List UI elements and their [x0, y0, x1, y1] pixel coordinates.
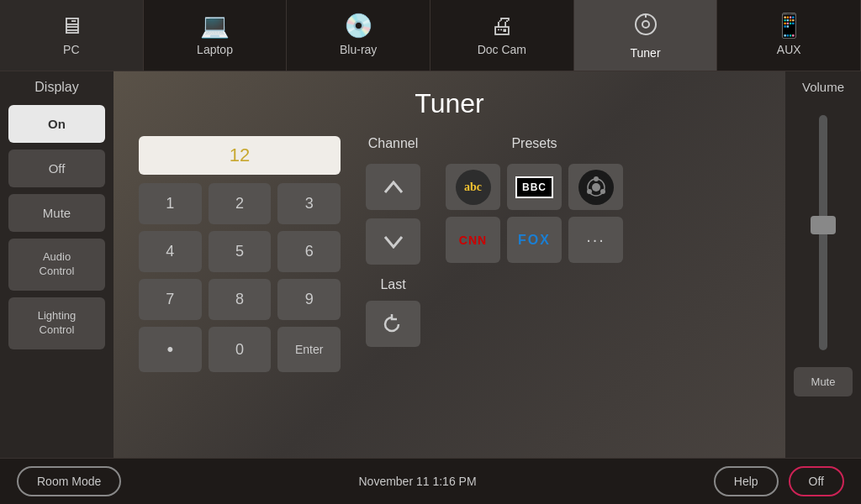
volume-slider-thumb[interactable] — [811, 216, 836, 234]
preset-cbs-button[interactable] — [568, 164, 623, 210]
numpad-grid: 1 2 3 4 5 6 7 8 9 • 0 Enter — [139, 183, 341, 372]
bbc-logo: BBC — [515, 176, 553, 198]
num-btn-6[interactable]: 6 — [277, 231, 341, 272]
tuner-body: 12 1 2 3 4 5 6 7 8 9 • 0 Enter C — [139, 136, 760, 487]
svg-point-7 — [600, 189, 605, 194]
num-btn-3[interactable]: 3 — [277, 183, 341, 224]
datetime-display: November 11 1:16 PM — [358, 475, 476, 488]
nav-label-bluray: Blu-ray — [340, 43, 377, 56]
last-label: Last — [380, 277, 405, 292]
bottom-bar: Room Mode November 11 1:16 PM Help Off — [0, 458, 861, 504]
bluray-icon: 💿 — [344, 14, 373, 38]
aux-icon: 📱 — [774, 14, 804, 38]
preset-more-button[interactable]: ··· — [568, 217, 623, 263]
nav-item-tuner[interactable]: Tuner — [574, 0, 718, 71]
abc-logo: abc — [456, 170, 491, 205]
fox-logo: FOX — [518, 233, 551, 248]
num-btn-dot[interactable]: • — [139, 327, 202, 372]
center-content: Tuner 12 1 2 3 4 5 6 7 8 9 • 0 Enter — [114, 71, 785, 504]
numpad-area: 12 1 2 3 4 5 6 7 8 9 • 0 Enter — [139, 136, 341, 487]
channel-last-button[interactable] — [366, 301, 420, 347]
num-btn-9[interactable]: 9 — [277, 279, 341, 320]
lighting-control-button[interactable]: LightingControl — [8, 297, 105, 349]
audio-control-button[interactable]: AudioControl — [8, 239, 105, 291]
preset-abc-button[interactable]: abc — [446, 164, 500, 210]
num-btn-8[interactable]: 8 — [209, 279, 272, 320]
preset-bbc-button[interactable]: BBC — [507, 164, 562, 210]
num-btn-4[interactable]: 4 — [139, 231, 202, 272]
presets-grid: abc BBC — [446, 164, 623, 263]
cbs-logo — [578, 170, 614, 205]
nav-label-aux: AUX — [777, 43, 801, 56]
volume-mute-button[interactable]: Mute — [794, 367, 853, 396]
channel-display: 12 — [139, 136, 341, 175]
nav-label-tuner: Tuner — [630, 46, 660, 60]
channel-up-button[interactable] — [366, 164, 420, 210]
display-mute-button[interactable]: Mute — [8, 194, 105, 232]
num-btn-5[interactable]: 5 — [209, 231, 272, 272]
help-button[interactable]: Help — [714, 466, 779, 496]
svg-point-8 — [587, 189, 592, 194]
tuner-icon — [633, 12, 658, 41]
nav-item-pc[interactable]: 🖥 PC — [0, 0, 144, 71]
num-btn-2[interactable]: 2 — [209, 183, 272, 224]
nav-label-laptop: Laptop — [197, 43, 233, 56]
more-dots-icon: ··· — [586, 230, 605, 249]
svg-point-6 — [594, 176, 599, 181]
right-sidebar: Volume Mute — [785, 71, 861, 504]
num-btn-1[interactable]: 1 — [139, 183, 202, 224]
num-btn-enter[interactable]: Enter — [277, 327, 341, 372]
nav-label-doccam: Doc Cam — [478, 43, 526, 56]
preset-cnn-button[interactable]: CNN — [446, 217, 500, 263]
channel-controls: Channel Last — [366, 136, 420, 487]
volume-label: Volume — [802, 80, 844, 94]
tuner-title: Tuner — [139, 88, 760, 119]
nav-label-pc: PC — [63, 43, 79, 56]
preset-fox-button[interactable]: FOX — [507, 217, 562, 263]
off-button[interactable]: Off — [789, 466, 844, 496]
num-btn-0[interactable]: 0 — [209, 327, 272, 372]
laptop-icon: 💻 — [200, 14, 230, 38]
doccam-icon: 🖨 — [490, 14, 514, 38]
display-on-button[interactable]: On — [8, 105, 105, 143]
svg-point-1 — [642, 21, 649, 28]
display-title: Display — [8, 80, 105, 95]
room-mode-button[interactable]: Room Mode — [17, 466, 121, 496]
main-layout: Display On Off Mute AudioControl Lightin… — [0, 71, 861, 504]
nav-item-aux[interactable]: 📱 AUX — [717, 0, 861, 71]
channel-down-button[interactable] — [366, 218, 420, 265]
volume-slider-track[interactable] — [819, 115, 827, 350]
cnn-logo: CNN — [459, 234, 487, 247]
presets-area: Presets abc BBC — [446, 136, 623, 487]
top-navigation: 🖥 PC 💻 Laptop 💿 Blu-ray 🖨 Doc Cam Tuner … — [0, 0, 861, 71]
display-off-button[interactable]: Off — [8, 150, 105, 187]
num-btn-7[interactable]: 7 — [139, 279, 202, 320]
channel-label: Channel — [368, 136, 419, 151]
svg-point-5 — [592, 183, 600, 192]
nav-item-doccam[interactable]: 🖨 Doc Cam — [430, 0, 574, 71]
pc-icon: 🖥 — [60, 14, 83, 38]
presets-label: Presets — [446, 136, 623, 151]
nav-item-laptop[interactable]: 💻 Laptop — [144, 0, 288, 71]
nav-item-bluray[interactable]: 💿 Blu-ray — [287, 0, 430, 71]
left-sidebar: Display On Off Mute AudioControl Lightin… — [0, 71, 114, 504]
